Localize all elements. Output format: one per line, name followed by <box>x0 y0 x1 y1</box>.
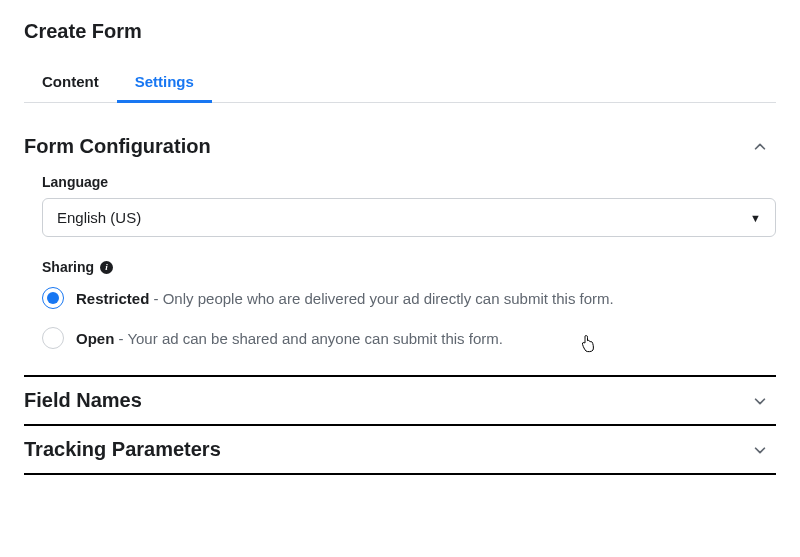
info-icon[interactable]: i <box>100 261 113 274</box>
tab-content[interactable]: Content <box>24 63 117 103</box>
language-selected-value: English (US) <box>57 209 141 226</box>
sharing-radio-group: Restricted - Only people who are deliver… <box>42 287 776 349</box>
radio-description: - Only people who are delivered your ad … <box>149 290 613 307</box>
sharing-label-text: Sharing <box>42 259 94 275</box>
sharing-option-open[interactable]: Open - Your ad can be shared and anyone … <box>42 327 776 349</box>
radio-label: Open - Your ad can be shared and anyone … <box>76 330 503 347</box>
radio-icon <box>42 327 64 349</box>
radio-description: - Your ad can be shared and anyone can s… <box>114 330 503 347</box>
section-header-form-configuration[interactable]: Form Configuration <box>24 135 776 158</box>
radio-title: Open <box>76 330 114 347</box>
section-form-configuration: Form Configuration Language English (US)… <box>24 123 776 375</box>
section-title: Tracking Parameters <box>24 438 221 461</box>
language-label: Language <box>42 174 776 190</box>
language-select[interactable]: English (US) ▼ <box>42 198 776 237</box>
chevron-up-icon <box>752 139 768 155</box>
chevron-down-icon <box>752 393 768 409</box>
chevron-down-icon <box>752 442 768 458</box>
section-tracking-parameters: Tracking Parameters <box>24 424 776 475</box>
radio-label: Restricted - Only people who are deliver… <box>76 290 614 307</box>
section-header-field-names[interactable]: Field Names <box>24 389 776 412</box>
radio-title: Restricted <box>76 290 149 307</box>
radio-dot-icon <box>47 292 59 304</box>
page-title: Create Form <box>24 20 776 43</box>
sharing-option-restricted[interactable]: Restricted - Only people who are deliver… <box>42 287 776 309</box>
section-title: Form Configuration <box>24 135 211 158</box>
caret-down-icon: ▼ <box>750 212 761 224</box>
section-body: Language English (US) ▼ Sharing i Restri… <box>24 158 776 363</box>
section-field-names: Field Names <box>24 375 776 424</box>
section-header-tracking-parameters[interactable]: Tracking Parameters <box>24 438 776 461</box>
tab-settings[interactable]: Settings <box>117 63 212 103</box>
sharing-label: Sharing i <box>42 259 776 275</box>
radio-icon <box>42 287 64 309</box>
section-title: Field Names <box>24 389 142 412</box>
language-select-wrapper: English (US) ▼ <box>42 198 776 237</box>
tabs: Content Settings <box>24 63 776 103</box>
